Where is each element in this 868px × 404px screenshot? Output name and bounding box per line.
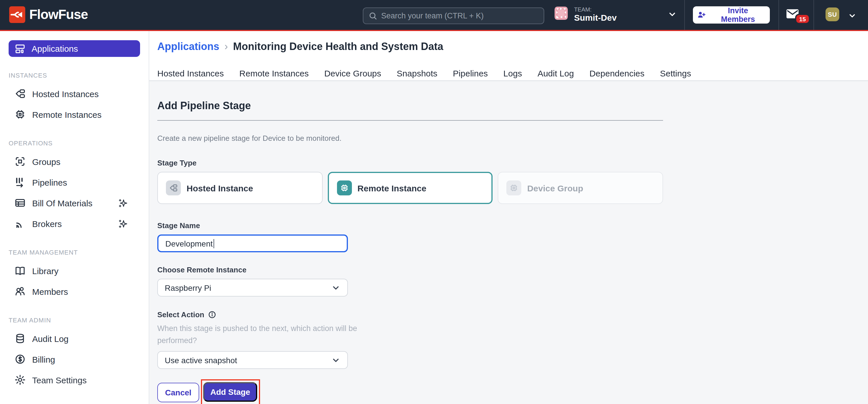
user-avatar[interactable]: SU bbox=[826, 7, 839, 21]
select-action-label: Select Action bbox=[157, 310, 663, 319]
navbar-divider bbox=[813, 0, 814, 30]
team-avatar bbox=[555, 6, 568, 20]
remote-instance-value: Raspberry Pi bbox=[165, 283, 211, 292]
groups-icon bbox=[14, 156, 26, 167]
sidebar-item-label: Bill Of Materials bbox=[32, 198, 92, 208]
page-header: Applications › Monitoring Device Health … bbox=[149, 31, 868, 81]
flowfuse-logo-icon bbox=[9, 6, 25, 23]
sidebar-item-label: Applications bbox=[32, 44, 78, 53]
user-plus-icon bbox=[697, 10, 706, 20]
select-action-label-text: Select Action bbox=[157, 310, 205, 319]
sidebar-item-hosted-instances[interactable]: Hosted Instances bbox=[0, 83, 149, 104]
sidebar-item-label: Remote Instances bbox=[32, 110, 102, 119]
sidebar-item-label: Members bbox=[32, 287, 68, 296]
user-initials: SU bbox=[828, 11, 837, 18]
top-navbar: FlowFuse Search your team (CTRL + K) bbox=[0, 0, 868, 31]
breadcrumb-separator-icon: › bbox=[224, 41, 228, 53]
stage-type-option-label: Device Group bbox=[527, 183, 583, 193]
stage-type-remote-instance[interactable]: Remote Instance bbox=[328, 172, 493, 204]
sidebar-item-bill-of-materials[interactable]: Bill Of Materials bbox=[0, 193, 149, 213]
add-stage-button[interactable]: Add Stage bbox=[203, 382, 257, 402]
chevron-down-icon[interactable] bbox=[668, 10, 677, 19]
remote-instances-icon bbox=[14, 109, 26, 120]
sparkles-icon bbox=[118, 219, 128, 228]
content-area: Add Pipeline Stage Create a new pipeline… bbox=[149, 81, 868, 404]
sidebar-item-label: Brokers bbox=[32, 219, 62, 228]
stage-name-label: Stage Name bbox=[157, 221, 663, 230]
action-select[interactable]: Use active snapshot bbox=[157, 351, 348, 369]
applications-icon bbox=[14, 43, 26, 54]
brand-logo[interactable]: FlowFuse bbox=[9, 6, 88, 23]
choose-remote-instance-label: Choose Remote Instance bbox=[157, 265, 663, 274]
sidebar-item-label: Pipelines bbox=[32, 177, 67, 187]
stage-type-option-label: Hosted Instance bbox=[187, 183, 253, 193]
search-icon bbox=[369, 11, 377, 20]
form-title: Add Pipeline Stage bbox=[157, 100, 663, 112]
chevron-down-icon bbox=[331, 283, 340, 292]
sidebar-item-label: Team Settings bbox=[32, 375, 87, 385]
info-icon[interactable] bbox=[208, 310, 216, 319]
search-placeholder: Search your team (CTRL + K) bbox=[381, 11, 484, 20]
sidebar-item-groups[interactable]: Groups bbox=[0, 151, 149, 172]
team-name: Sumit-Dev bbox=[574, 12, 617, 22]
team-settings-icon bbox=[14, 374, 26, 385]
sidebar-section-team-admin: TEAM ADMIN bbox=[9, 317, 149, 323]
team-selector[interactable]: TEAM: Sumit-Dev bbox=[555, 6, 617, 22]
sidebar-item-team-settings[interactable]: Team Settings bbox=[0, 370, 149, 390]
sidebar-section-instances: INSTANCES bbox=[9, 72, 149, 79]
sidebar-item-label: Groups bbox=[32, 156, 60, 166]
sidebar-item-billing[interactable]: Billing bbox=[0, 349, 149, 370]
sidebar: Applications INSTANCES Hosted Instances bbox=[0, 31, 149, 404]
main-panel: Applications › Monitoring Device Health … bbox=[149, 31, 868, 404]
sidebar-item-brokers[interactable]: Brokers bbox=[0, 213, 149, 234]
select-action-help: When this stage is pushed to the next, w… bbox=[157, 322, 381, 347]
audit-log-icon bbox=[14, 333, 26, 344]
chevron-down-icon bbox=[331, 355, 340, 365]
form-actions: Cancel Add Stage bbox=[157, 379, 663, 404]
brand-wordmark: FlowFuse bbox=[29, 7, 88, 22]
search-input[interactable]: Search your team (CTRL + K) bbox=[363, 7, 544, 24]
navbar-divider bbox=[778, 0, 779, 30]
flowfuse-app: FlowFuse Search your team (CTRL + K) bbox=[0, 0, 868, 404]
sidebar-item-library[interactable]: Library bbox=[0, 260, 149, 281]
sidebar-item-applications[interactable]: Applications bbox=[9, 40, 140, 57]
team-label: TEAM: bbox=[574, 6, 617, 12]
breadcrumb-applications-link[interactable]: Applications bbox=[157, 41, 219, 53]
pipelines-icon bbox=[14, 176, 26, 188]
chevron-down-icon[interactable] bbox=[848, 11, 857, 20]
hosted-instances-icon bbox=[14, 88, 26, 99]
sidebar-item-remote-instances[interactable]: Remote Instances bbox=[0, 104, 149, 125]
divider bbox=[157, 120, 663, 121]
remote-instance-select[interactable]: Raspberry Pi bbox=[157, 279, 348, 296]
billing-icon bbox=[14, 353, 26, 365]
sidebar-item-label: Library bbox=[32, 266, 59, 276]
bill-of-materials-icon bbox=[14, 197, 26, 209]
device-group-icon bbox=[507, 180, 522, 195]
breadcrumb: Applications › Monitoring Device Health … bbox=[157, 41, 868, 53]
remote-instance-icon bbox=[337, 180, 352, 195]
text-caret bbox=[213, 239, 214, 248]
sidebar-item-members[interactable]: Members bbox=[0, 281, 149, 302]
notification-badge: 15 bbox=[795, 14, 810, 24]
sidebar-item-label: Hosted Instances bbox=[32, 89, 99, 98]
stage-type-device-group: Device Group bbox=[498, 172, 663, 204]
sidebar-item-pipelines[interactable]: Pipelines bbox=[0, 172, 149, 193]
brokers-icon bbox=[14, 218, 26, 229]
action-value: Use active snapshot bbox=[165, 355, 237, 365]
navbar-divider bbox=[684, 0, 685, 30]
form-description: Create a new pipeline stage for Device t… bbox=[157, 134, 663, 143]
members-icon bbox=[14, 286, 26, 297]
cancel-button[interactable]: Cancel bbox=[157, 382, 199, 402]
stage-type-hosted-instance[interactable]: Hosted Instance bbox=[157, 172, 322, 204]
stage-name-value: Development bbox=[165, 239, 213, 248]
invite-members-button[interactable]: Invite Members bbox=[693, 6, 770, 24]
stage-type-label: Stage Type bbox=[157, 158, 663, 167]
stage-name-input[interactable]: Development bbox=[157, 234, 348, 252]
sparkles-icon bbox=[118, 198, 128, 208]
invite-members-label: Invite Members bbox=[710, 6, 766, 24]
sidebar-item-audit-log[interactable]: Audit Log bbox=[0, 328, 149, 349]
sidebar-item-label: Audit Log bbox=[32, 334, 69, 343]
sidebar-section-operations: OPERATIONS bbox=[9, 140, 149, 147]
stage-type-options: Hosted Instance Remote Instance bbox=[157, 172, 663, 204]
stage-type-option-label: Remote Instance bbox=[358, 183, 426, 193]
